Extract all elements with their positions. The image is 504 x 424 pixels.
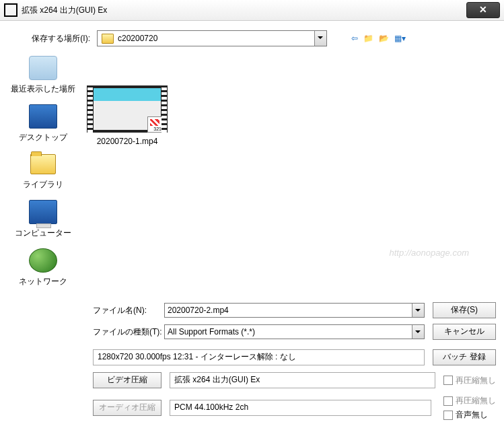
save-location-combo[interactable]: c20200720 <box>97 30 327 46</box>
filename-label: ファイル名(N): <box>93 305 164 316</box>
network-icon <box>29 248 57 273</box>
chevron-down-icon[interactable] <box>412 325 424 339</box>
place-recent[interactable]: 最近表示した場所 <box>8 56 78 94</box>
checkbox-icon <box>443 396 453 406</box>
save-location-value: c20200720 <box>118 34 157 43</box>
video-info-bar: 1280x720 30.000fps 12:31 - インターレース解除 : な… <box>93 349 425 365</box>
checkbox-icon <box>443 411 453 420</box>
back-icon[interactable]: ⇦ <box>351 34 358 43</box>
watermark: http://aonopage.com <box>389 248 469 258</box>
library-icon <box>30 153 57 176</box>
file-item-name: 20200720-1.mp4 <box>85 137 170 146</box>
chevron-down-icon[interactable] <box>314 31 326 46</box>
desktop-icon <box>29 104 57 129</box>
save-button[interactable]: 保存(S) <box>433 302 496 318</box>
file-list-area[interactable]: 321 20200720-1.mp4 http://aonopage.com <box>78 52 496 263</box>
place-computer[interactable]: コンピューター <box>8 200 78 238</box>
video-codec-box: 拡張 x264 出力(GUI) Ex <box>170 372 435 388</box>
audio-no-recompress-checkbox: 再圧縮無し <box>443 395 496 407</box>
up-folder-icon[interactable]: 📁 <box>363 34 373 43</box>
place-library[interactable]: ライブラリ <box>8 153 78 189</box>
place-desktop[interactable]: デスクトップ <box>8 104 78 142</box>
nav-toolbar: ⇦ 📁 📂 ▦▾ <box>351 34 406 43</box>
video-thumbnail-icon: 321 <box>87 85 168 133</box>
cancel-button[interactable]: キャンセル <box>433 324 496 340</box>
view-menu-icon[interactable]: ▦▾ <box>394 34 406 43</box>
file-item[interactable]: 321 20200720-1.mp4 <box>85 85 170 146</box>
filetype-combo[interactable]: All Support Formats (*.*) <box>164 324 425 339</box>
app-icon <box>4 3 17 17</box>
filetype-label: ファイルの種類(T): <box>93 326 164 338</box>
chevron-down-icon[interactable] <box>412 304 424 317</box>
computer-icon <box>29 200 57 224</box>
batch-register-button[interactable]: バッチ 登録 <box>433 349 496 365</box>
filename-input[interactable]: 20200720-2.mp4 <box>164 303 425 318</box>
checkbox-icon <box>443 376 453 385</box>
audio-codec-box: PCM 44.100kHz 2ch <box>170 400 431 416</box>
audio-compress-button: オーディオ圧縮 <box>93 400 161 416</box>
save-location-label: 保存する場所(I): <box>8 33 97 44</box>
video-compress-button[interactable]: ビデオ圧縮 <box>93 372 161 388</box>
place-network[interactable]: ネットワーク <box>8 248 78 286</box>
close-button[interactable]: ✕ <box>466 2 500 18</box>
recent-icon <box>29 56 57 80</box>
new-folder-icon[interactable]: 📂 <box>379 34 389 43</box>
window-title: 拡張 x264 出力(GUI) Ex <box>22 5 466 16</box>
no-audio-checkbox[interactable]: 音声無し <box>443 409 496 421</box>
folder-icon <box>102 34 114 44</box>
video-no-recompress-checkbox: 再圧縮無し <box>443 375 496 386</box>
